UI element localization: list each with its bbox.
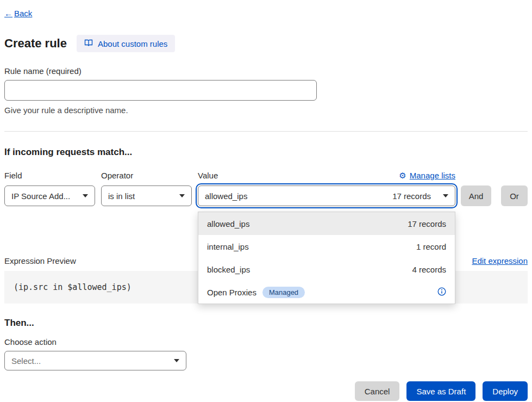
dropdown-item-blocked-ips[interactable]: blocked_ips 4 records	[198, 258, 455, 281]
list-name: internal_ips	[207, 242, 249, 251]
chevron-down-icon	[83, 194, 88, 197]
operator-select-value: is in list	[108, 191, 135, 201]
list-name: allowed_ips	[207, 219, 249, 228]
value-label: Value	[198, 171, 218, 180]
about-custom-rules-label: About custom rules	[98, 39, 167, 48]
list-records: 1 record	[416, 242, 446, 251]
action-select-placeholder: Select...	[11, 356, 41, 366]
create-rule-page: ←Back Create rule About custom rules Rul…	[0, 0, 532, 401]
action-select[interactable]: Select...	[4, 351, 186, 370]
field-select-value: IP Source Add...	[11, 191, 70, 201]
field-label: Field	[4, 171, 101, 180]
match-heading: If incoming requests match...	[4, 147, 528, 158]
info-icon[interactable]	[437, 287, 446, 298]
back-arrow-icon: ←	[4, 9, 12, 18]
edit-expression-link[interactable]: Edit expression	[472, 256, 528, 265]
deploy-button[interactable]: Deploy	[483, 381, 528, 401]
condition-row: IP Source Add... is in list allowed_ips …	[4, 185, 528, 206]
about-custom-rules-link[interactable]: About custom rules	[77, 35, 175, 52]
list-name: blocked_ips	[207, 265, 250, 274]
footer-actions: Cancel Save as Draft Deploy	[4, 381, 528, 401]
back-label: Back	[14, 9, 32, 18]
value-select-value: allowed_ips	[205, 191, 247, 201]
save-as-draft-button[interactable]: Save as Draft	[406, 381, 475, 401]
operator-label: Operator	[101, 171, 198, 180]
page-title: Create rule	[4, 36, 67, 51]
book-icon	[84, 39, 93, 48]
gear-icon: ⚙	[399, 171, 406, 180]
cancel-button[interactable]: Cancel	[355, 381, 400, 401]
expression-preview-label: Expression Preview	[4, 256, 76, 265]
and-button[interactable]: And	[461, 185, 491, 206]
value-select-records: 17 records	[392, 191, 431, 201]
manage-lists-link[interactable]: ⚙ Manage lists	[399, 171, 455, 180]
dropdown-item-open-proxies[interactable]: Open Proxies Managed	[198, 281, 455, 304]
value-dropdown: allowed_ips 17 records internal_ips 1 re…	[198, 212, 455, 304]
choose-action-label: Choose action	[4, 337, 528, 347]
chevron-down-icon	[443, 194, 448, 197]
section-divider	[4, 131, 528, 132]
list-records: 4 records	[412, 265, 446, 274]
operator-select[interactable]: is in list	[101, 185, 192, 206]
value-select-wrap: allowed_ips 17 records allowed_ips 17 re…	[198, 185, 455, 206]
managed-badge: Managed	[262, 287, 305, 298]
or-button[interactable]: Or	[501, 185, 528, 206]
value-select[interactable]: allowed_ips 17 records	[198, 185, 455, 206]
back-link[interactable]: ←Back	[4, 9, 32, 18]
rule-name-helper: Give your rule a descriptive name.	[4, 106, 528, 115]
chevron-down-icon	[174, 359, 179, 362]
list-records: 17 records	[408, 219, 446, 228]
dropdown-item-internal-ips[interactable]: internal_ips 1 record	[198, 235, 455, 258]
field-select[interactable]: IP Source Add...	[4, 185, 95, 206]
dropdown-item-allowed-ips[interactable]: allowed_ips 17 records	[198, 212, 455, 235]
list-name: Open Proxies	[207, 288, 256, 297]
title-row: Create rule About custom rules	[4, 35, 528, 52]
condition-labels-row: Field Operator Value ⚙ Manage lists	[4, 171, 528, 180]
rule-name-label: Rule name (required)	[4, 66, 528, 76]
then-heading: Then...	[4, 318, 528, 329]
rule-name-input[interactable]	[4, 80, 317, 101]
manage-lists-label: Manage lists	[410, 171, 455, 180]
chevron-down-icon	[179, 194, 185, 197]
